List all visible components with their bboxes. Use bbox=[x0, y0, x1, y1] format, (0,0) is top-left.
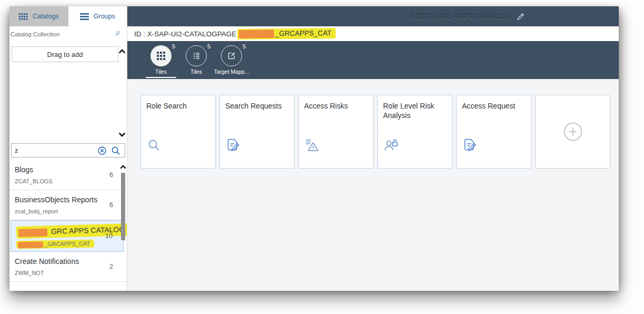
search-icon bbox=[147, 139, 161, 152]
redaction-block bbox=[239, 30, 274, 38]
tile-title: Role Level Risk Analysis bbox=[383, 101, 447, 120]
catalog-list: Blogs ZCAT_BLOGS 6 BusinessObjects Repor… bbox=[9, 160, 127, 291]
clear-icon[interactable] bbox=[97, 146, 109, 155]
person-lock-icon bbox=[384, 138, 398, 152]
pushpin-icon[interactable] bbox=[113, 30, 122, 38]
main-panel: 6DSD GRC APPS CATALOG ID : X-SAP-UI2-CAT… bbox=[127, 6, 619, 291]
catalog-title: Create Notifications bbox=[15, 256, 109, 267]
catalog-title: GRC APPS CATALOG bbox=[16, 225, 105, 237]
search-input[interactable] bbox=[12, 146, 97, 154]
catalog-collection-label: Catalog Collection bbox=[11, 31, 59, 37]
catalog-id: ZCAT_BLOGS bbox=[15, 178, 109, 184]
plus-icon bbox=[563, 122, 583, 142]
tab-target-mappings[interactable]: 5 Target Mapp... bbox=[214, 41, 249, 79]
highlight-marker: _GRCAPPS_CAT bbox=[237, 28, 336, 40]
tab-catalogs[interactable]: Catalogs bbox=[9, 6, 68, 26]
grid-icon bbox=[19, 13, 28, 20]
catalog-id-text: ID : X-SAP-UI2-CATALOGPAGE bbox=[134, 30, 236, 38]
catalog-count: 6 bbox=[109, 201, 113, 209]
tab-groups[interactable]: Groups bbox=[68, 6, 127, 26]
catalog-id: ZWM_NOT bbox=[15, 270, 109, 276]
catalog-id: zcat_bobj_report bbox=[15, 208, 109, 214]
catalog-count: 6 bbox=[109, 171, 113, 179]
catalog-count: 10 bbox=[105, 232, 113, 240]
tab-count: 5 bbox=[172, 43, 175, 50]
list-scrollbar[interactable] bbox=[120, 160, 126, 291]
scrollbar-thumb[interactable] bbox=[121, 173, 125, 240]
tiles-grid-icon bbox=[150, 45, 172, 66]
tile-role-level-risk-analysis[interactable]: Role Level Risk Analysis bbox=[377, 95, 452, 169]
list-item-businessobjects-reports[interactable]: BusinessObjects Reports zcat_bobj_report… bbox=[9, 190, 127, 220]
redaction-block bbox=[18, 241, 43, 248]
list-item-blogs[interactable]: Blogs ZCAT_BLOGS 6 bbox=[9, 160, 127, 190]
tile-title: Access Request bbox=[462, 101, 526, 111]
list-item-create-notifications[interactable]: Create Notifications ZWM_NOT 2 bbox=[9, 252, 127, 282]
target-mapping-icon bbox=[221, 45, 242, 66]
catalog-search bbox=[11, 143, 125, 158]
page: Catalogs Groups Catalog Collection bbox=[0, 0, 644, 314]
edit-request-icon bbox=[463, 138, 477, 152]
tile-title: Search Requests bbox=[225, 101, 289, 111]
chevron-up-icon[interactable] bbox=[118, 48, 126, 55]
catalog-id-suffix: _GRCAPPS_CAT bbox=[275, 29, 331, 37]
tile-title: Access Risks bbox=[304, 101, 368, 111]
tile-search-requests[interactable]: Search Requests bbox=[219, 95, 295, 169]
tile-title: Role Search bbox=[146, 101, 210, 111]
catalog-count: 2 bbox=[109, 263, 113, 270]
catalog-title: Blogs bbox=[15, 164, 109, 175]
tile-access-risks[interactable]: Access Risks bbox=[298, 95, 374, 169]
tab-catalogs-label: Catalogs bbox=[33, 13, 58, 20]
tab-label: Target Mapp... bbox=[214, 68, 249, 75]
tile-row: Role Search Search Requests bbox=[140, 95, 619, 169]
catalog-title: BusinessObjects Reports bbox=[15, 194, 109, 205]
header-bar: 6DSD GRC APPS CATALOG bbox=[127, 6, 619, 26]
scroll-up-icon[interactable] bbox=[120, 164, 126, 170]
catalog-id: _GRCAPPS_CAT bbox=[16, 240, 105, 248]
drag-to-add-box[interactable]: Drag to add bbox=[12, 46, 118, 62]
catalog-collection-header: Catalog Collection bbox=[9, 26, 127, 42]
redaction-block bbox=[18, 228, 47, 237]
list-item-grc-apps-catalog[interactable]: GRC APPS CATALOG _GRCAPPS_CAT 10 bbox=[11, 220, 124, 252]
catalog-id-bar: ID : X-SAP-UI2-CATALOGPAGE _GRCAPPS_CAT bbox=[127, 26, 619, 41]
highlight-marker: _GRCAPPS_CAT bbox=[16, 240, 94, 249]
add-tile-button[interactable] bbox=[535, 95, 610, 169]
tab-label: Tiles bbox=[190, 68, 202, 75]
pencil-icon[interactable] bbox=[516, 12, 525, 21]
tab-label: Tiles bbox=[155, 68, 167, 75]
tile-role-search[interactable]: Role Search bbox=[140, 95, 216, 169]
risk-warning-icon bbox=[305, 138, 319, 152]
chevron-down-icon[interactable] bbox=[118, 132, 126, 138]
sidebar-tabbar: Catalogs Groups bbox=[9, 6, 127, 26]
sidebar: Catalogs Groups Catalog Collection bbox=[9, 6, 127, 291]
tiles-list-icon bbox=[186, 45, 207, 66]
tab-count: 5 bbox=[243, 43, 246, 50]
tab-tiles-grid[interactable]: 5 Tiles bbox=[144, 41, 178, 79]
page-title: 6DSD GRC APPS CATALOG bbox=[411, 13, 511, 21]
menu-icon bbox=[80, 13, 89, 20]
app-window: Catalogs Groups Catalog Collection bbox=[9, 6, 619, 291]
tile-access-request[interactable]: Access Request bbox=[456, 95, 531, 169]
search-icon[interactable] bbox=[111, 146, 123, 155]
catalog-collection-area: Drag to add bbox=[9, 42, 127, 141]
tab-groups-label: Groups bbox=[94, 13, 115, 20]
tiles-area: Role Search Search Requests bbox=[127, 79, 619, 291]
view-tabbar: 5 Tiles 5 bbox=[127, 41, 619, 79]
tab-count: 5 bbox=[207, 43, 210, 50]
edit-request-icon bbox=[226, 138, 240, 152]
catalog-title-group: 6DSD GRC APPS CATALOG bbox=[411, 6, 525, 26]
tab-tiles-list[interactable]: 5 Tiles bbox=[179, 41, 214, 79]
